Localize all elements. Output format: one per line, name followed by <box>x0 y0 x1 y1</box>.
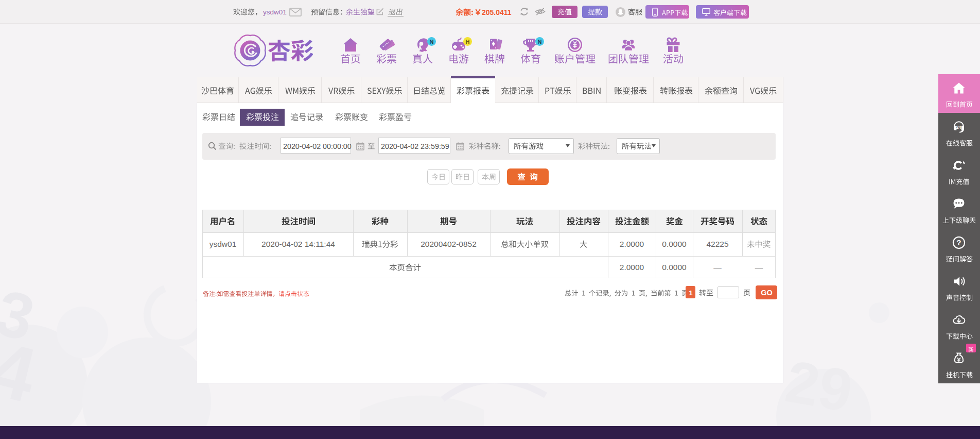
svg-text:?: ? <box>956 238 961 247</box>
svg-text:29: 29 <box>781 348 857 424</box>
svg-text:24: 24 <box>956 125 961 130</box>
